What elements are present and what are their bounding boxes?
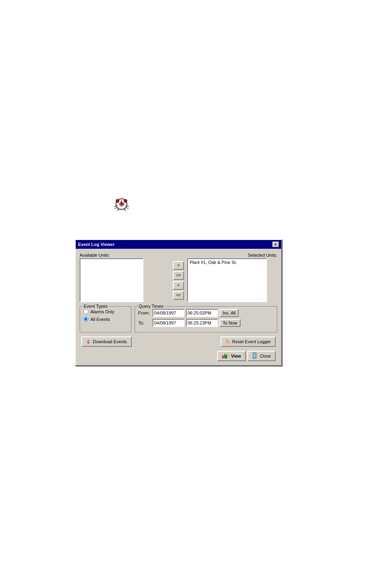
event-log-viewer-dialog: Event Log Viewer × Available Units: Sele…	[75, 239, 282, 366]
all-events-radio[interactable]	[83, 317, 88, 322]
svg-point-4	[124, 199, 127, 203]
alarms-only-radio[interactable]	[83, 309, 88, 314]
close-label: Close	[260, 354, 271, 358]
remove-all-button[interactable]: <<	[173, 291, 184, 300]
dialog-title: Event Log Viewer	[78, 242, 115, 247]
to-time-input[interactable]	[186, 319, 218, 327]
svg-rect-18	[253, 353, 256, 358]
svg-rect-13	[222, 356, 223, 358]
dialog-titlebar: Event Log Viewer ×	[76, 240, 281, 249]
transfer-buttons-group: > >> < <<	[170, 258, 187, 302]
view-button[interactable]: View	[217, 351, 246, 361]
query-times-legend: Query Times	[137, 304, 165, 309]
selected-units-container: Plant #1, Oak & Pine St.	[187, 258, 277, 302]
selected-units-listbox[interactable]: Plant #1, Oak & Pine St.	[187, 258, 267, 302]
svg-point-3	[116, 199, 119, 203]
close-button[interactable]: Close	[247, 351, 276, 361]
to-label: To:	[138, 321, 151, 325]
from-date-input[interactable]	[153, 309, 184, 317]
close-door-icon	[252, 352, 258, 360]
event-types-group: Event Types Alarms Only All Events	[80, 306, 131, 332]
add-all-button[interactable]: >>	[173, 271, 184, 280]
svg-rect-16	[227, 353, 228, 358]
available-units-listbox[interactable]	[80, 258, 143, 302]
units-header-row: Available Units: Selected Units:	[80, 253, 277, 258]
units-section: > >> < << Plant #1, Oak & Pine St.	[80, 258, 277, 302]
reset-event-logger-button[interactable]: ↻ Reset Event Logger	[221, 336, 276, 347]
from-row: From: Inc. All	[138, 309, 274, 317]
query-times-group: Query Times From: Inc. All To: To Now	[135, 306, 277, 332]
svg-line-12	[126, 207, 128, 209]
reset-event-logger-label: Reset Event Logger	[232, 339, 271, 344]
event-types-legend: Event Types	[82, 304, 109, 309]
to-row: To: To Now	[138, 319, 274, 327]
selected-units-label: Selected Units:	[248, 253, 277, 258]
selected-unit-item: Plant #1, Oak & Pine St.	[190, 260, 237, 265]
to-now-button[interactable]: To Now	[219, 319, 241, 327]
from-label: From:	[138, 311, 151, 315]
alarm-clock-icon	[114, 195, 129, 211]
desktop-icon-eventlog[interactable]	[110, 195, 133, 211]
download-arrow-icon: ⇓	[86, 338, 91, 345]
all-events-radio-item[interactable]: All Events	[83, 317, 128, 322]
svg-point-20	[256, 355, 257, 356]
alarms-only-label: Alarms Only	[90, 309, 114, 314]
svg-rect-14	[224, 354, 225, 358]
all-events-label: All Events	[90, 317, 110, 322]
available-units-label: Available Units:	[80, 253, 143, 258]
bottom-section: Event Types Alarms Only All Events Query…	[80, 306, 277, 332]
alarms-only-radio-item[interactable]: Alarms Only	[83, 309, 128, 314]
view-close-row: View Close	[80, 351, 277, 361]
action-buttons-row: ⇓ Download Events ↻ Reset Event Logger	[80, 336, 277, 347]
svg-line-7	[118, 209, 119, 210]
view-chart-icon	[222, 352, 229, 360]
download-events-button[interactable]: ⇓ Download Events	[81, 336, 132, 347]
reset-icon: ↻	[225, 338, 230, 345]
to-date-input[interactable]	[153, 319, 184, 327]
dialog-body: Available Units: Selected Units: > >> < …	[76, 249, 281, 365]
dialog-close-button[interactable]: ×	[272, 242, 279, 247]
from-time-input[interactable]	[186, 309, 218, 317]
download-events-label: Download Events	[93, 339, 127, 344]
view-label: View	[231, 354, 241, 358]
add-one-button[interactable]: >	[173, 261, 184, 270]
svg-rect-15	[225, 355, 227, 358]
inc-all-button[interactable]: Inc. All	[219, 309, 239, 317]
available-units-container	[80, 258, 170, 302]
remove-one-button[interactable]: <	[173, 281, 184, 290]
svg-line-8	[124, 209, 125, 210]
svg-line-10	[115, 207, 117, 209]
